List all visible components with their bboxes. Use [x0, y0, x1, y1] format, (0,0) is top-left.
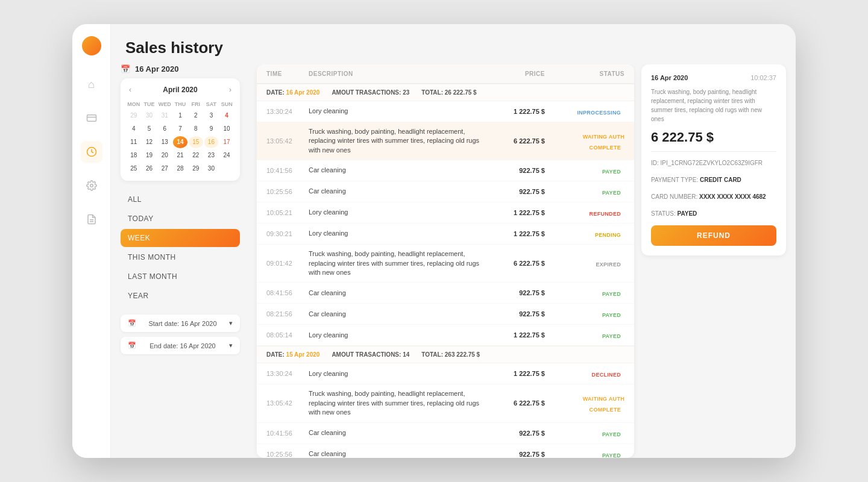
table-row[interactable]: 10:41:56 Car cleaning 922.75 $ PAYED [257, 423, 634, 444]
filter-last-month[interactable]: LAST MONTH [121, 268, 240, 286]
sidebar-item-settings[interactable] [81, 175, 102, 196]
cal-day[interactable]: 16 [204, 136, 219, 148]
filter-today[interactable]: TODAY [121, 210, 240, 228]
cal-day[interactable]: 24 [219, 149, 234, 161]
cal-day[interactable]: 8 [189, 123, 203, 135]
table-row[interactable]: 10:25:56 Car cleaning 922.75 $ PAYED [257, 444, 634, 458]
cal-day-header-wed: WED [157, 100, 172, 108]
cal-day[interactable]: 2 [189, 110, 203, 122]
cal-day[interactable]: 9 [204, 123, 219, 135]
cal-day[interactable]: 4 [127, 123, 141, 135]
table-row[interactable]: 13:05:42 Truck washing, body painting, h… [257, 122, 634, 160]
cell-time: 13:30:24 [266, 108, 309, 115]
cal-day[interactable]: 30 [204, 163, 219, 175]
filter-week[interactable]: WEEK [121, 229, 240, 247]
cal-day[interactable]: 1 [173, 110, 187, 122]
end-date-chevron: ▾ [229, 342, 233, 349]
cal-day[interactable]: 21 [173, 149, 187, 161]
cal-day[interactable]: 28 [173, 163, 187, 175]
cal-day[interactable]: 26 [142, 163, 157, 175]
date-group-header-1: DATE: 16 Apr 2020 AMOUT TRASACTIONS: 23 … [257, 84, 634, 101]
cell-price: 1 222.75 $ [492, 230, 552, 237]
sidebar-item-history[interactable] [81, 141, 102, 163]
cell-price: 922.75 $ [492, 310, 552, 318]
cal-day[interactable]: 13 [157, 136, 172, 148]
cell-status: INPROCESSING [552, 106, 624, 117]
cal-day[interactable]: 7 [173, 123, 187, 135]
cal-day[interactable]: 17 [219, 136, 234, 148]
cal-day[interactable]: 15 [189, 136, 203, 148]
detail-date: 16 Apr 2020 [651, 74, 688, 81]
filter-year[interactable]: YEAR [121, 287, 240, 305]
table-row[interactable]: 13:30:24 Lory cleaning 1 222.75 $ DECLIN… [257, 363, 634, 384]
table-row[interactable]: 09:01:42 Truck washing, body painting, h… [257, 245, 634, 283]
cal-day[interactable]: 22 [189, 149, 203, 161]
cell-time: 13:05:42 [266, 137, 309, 145]
sidebar-item-card[interactable] [81, 107, 102, 129]
cal-day[interactable]: 19 [142, 149, 157, 161]
cal-day[interactable]: 31 [157, 110, 172, 122]
table-row[interactable]: 10:05:21 Lory cleaning 1 222.75 $ REFUND… [257, 202, 634, 224]
cal-day-header-tue: TUE [142, 100, 157, 108]
cal-day[interactable]: 25 [127, 163, 141, 175]
cal-day[interactable]: 12 [142, 136, 157, 148]
end-date-picker[interactable]: 📅 End date: 16 Apr 2020 ▾ [121, 337, 240, 354]
cal-day[interactable]: 30 [142, 110, 157, 122]
cal-day[interactable]: 20 [157, 149, 172, 161]
cell-time: 08:41:56 [266, 289, 309, 296]
cell-time: 09:30:21 [266, 230, 309, 237]
cell-status: PAYED [552, 330, 624, 340]
cell-price: 1 222.75 $ [492, 108, 552, 115]
refund-button[interactable]: REFUND [651, 225, 776, 246]
sidebar-item-docs[interactable] [81, 208, 102, 230]
cell-desc: Truck washing, body painting, headlight … [309, 249, 492, 277]
start-date-chevron: ▾ [229, 319, 233, 327]
cal-day[interactable]: 23 [204, 149, 219, 161]
table-row[interactable]: 08:41:56 Car cleaning 922.75 $ PAYED [257, 283, 634, 304]
filter-all[interactable]: ALL [121, 190, 240, 208]
cell-desc: Lory cleaning [309, 369, 492, 378]
table-row[interactable]: 10:41:56 Car cleaning 922.75 $ PAYED [257, 160, 634, 181]
col-price: PRICE [492, 70, 552, 77]
cell-status: PAYED [552, 287, 624, 298]
cell-price: 922.75 $ [492, 430, 552, 437]
cal-day[interactable]: 5 [142, 123, 157, 135]
app-logo [82, 36, 101, 55]
cal-day-header-thu: THU [173, 100, 187, 108]
calendar-prev-button[interactable]: ‹ [127, 84, 134, 95]
cal-day[interactable]: 18 [127, 149, 141, 161]
table-row[interactable]: 08:21:56 Car cleaning 922.75 $ PAYED [257, 304, 634, 325]
cal-day[interactable]: 29 [189, 163, 203, 175]
cal-day[interactable]: 29 [127, 110, 141, 122]
cal-day[interactable]: 11 [127, 136, 141, 148]
cal-day-today[interactable]: 14 [173, 136, 187, 148]
cell-price: 6 222.75 $ [492, 399, 552, 407]
filter-this-month[interactable]: THIS MONTH [121, 248, 240, 266]
start-date-picker[interactable]: 📅 Start date: 16 Apr 2020 ▾ [121, 315, 240, 332]
col-time: TIME [266, 70, 309, 77]
table-row[interactable]: 08:05:14 Lory cleaning 1 222.75 $ PAYED [257, 325, 634, 346]
calendar-next-button[interactable]: › [227, 84, 234, 95]
cell-desc: Lory cleaning [309, 208, 492, 217]
svg-point-3 [90, 184, 93, 187]
table-row[interactable]: 13:05:42 Truck washing, body painting, h… [257, 384, 634, 422]
cell-time: 10:41:56 [266, 430, 309, 437]
calendar-widget: ‹ April 2020 › MON TUE WED THU FRI SAT S… [121, 78, 240, 181]
cal-day[interactable]: 27 [157, 163, 172, 175]
cell-price: 6 222.75 $ [492, 260, 552, 267]
filter-list: ALL TODAY WEEK THIS MONTH LAST MONTH YEA… [121, 190, 240, 305]
cal-day[interactable]: 3 [204, 110, 219, 122]
cell-time: 13:05:42 [266, 399, 309, 407]
table-row[interactable]: 09:30:21 Lory cleaning 1 222.75 $ PENDIN… [257, 224, 634, 245]
sidebar: ⌂ [72, 24, 111, 458]
cell-desc: Car cleaning [309, 187, 492, 196]
cell-status: PAYED [552, 428, 624, 439]
table-row[interactable]: 10:25:56 Car cleaning 922.75 $ PAYED [257, 181, 634, 202]
table-row[interactable]: 13:30:24 Lory cleaning 1 222.75 $ INPROC… [257, 101, 634, 122]
cell-time: 09:01:42 [266, 260, 309, 267]
cal-day[interactable]: 10 [219, 123, 234, 135]
date-header: 📅 16 Apr 2020 [121, 64, 240, 74]
sidebar-item-home[interactable]: ⌂ [81, 74, 102, 95]
cal-day[interactable]: 6 [157, 123, 172, 135]
cal-day[interactable]: 4 [219, 110, 234, 122]
